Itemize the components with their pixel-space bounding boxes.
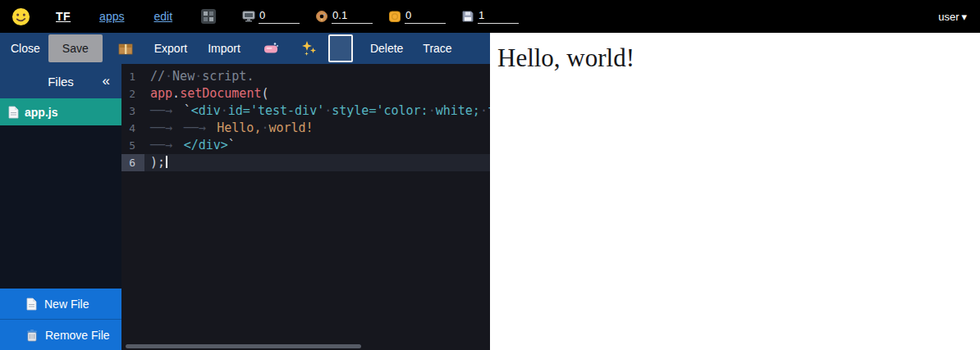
stat-item: 0 (242, 9, 300, 24)
file-list-empty-space (0, 125, 121, 289)
import-button[interactable]: Import (208, 42, 240, 55)
output-pane: Hello, world! (490, 33, 980, 350)
line-number: 3 (121, 102, 144, 120)
code-lines: 1//·New·script.2app.setDocument(3──→`<di… (121, 68, 490, 171)
stat-item: 1 (461, 9, 519, 24)
close-button[interactable]: Close (11, 42, 40, 55)
trace-button[interactable]: Trace (423, 42, 451, 55)
edit-link[interactable]: edit (153, 10, 172, 23)
stat-item: 0 (388, 9, 446, 24)
donut-stat-value: 0.1 (332, 9, 373, 24)
line-number: 1 (121, 68, 144, 85)
soap-icon (263, 40, 279, 57)
code-line[interactable]: 4──→──→Hello,·world! (121, 120, 490, 137)
remove-file-label: Remove File (45, 329, 110, 342)
user-menu[interactable]: user▾ (938, 11, 967, 23)
trash-icon (26, 329, 38, 342)
main-area: Close Save Export Import (0, 33, 980, 350)
app-window: TF apps edit 0 (0, 0, 980, 350)
code-line[interactable]: 1//·New·script. (121, 68, 490, 85)
sparkles-icon (301, 40, 318, 57)
remove-file-button[interactable]: Remove File (0, 319, 121, 350)
monitor-icon (242, 10, 255, 23)
package-button[interactable] (117, 40, 134, 57)
files-sidebar: Files « app.js (0, 64, 121, 350)
top-bar: TF apps edit 0 (0, 0, 980, 33)
apps-link[interactable]: apps (99, 10, 124, 23)
status-stats: 0 0.1 0 (242, 9, 519, 24)
sparkles-button[interactable] (301, 40, 318, 57)
code-line-text: ); (144, 154, 167, 171)
code-line-text: ──→</div>` (144, 137, 236, 154)
soap-button[interactable] (263, 40, 279, 57)
pixel-grid-icon[interactable] (200, 8, 217, 25)
file-item-appjs[interactable]: app.js (0, 98, 121, 125)
editor-panel: Close Save Export Import (0, 33, 490, 350)
file-icon (8, 106, 19, 119)
new-file-button[interactable]: New File (0, 289, 121, 319)
export-button[interactable]: Export (154, 42, 187, 55)
coin-icon (388, 10, 401, 23)
editor-toolbar: Close Save Export Import (0, 33, 490, 64)
code-line[interactable]: 6); (121, 154, 490, 171)
code-line-text: app.setDocument( (144, 85, 269, 102)
donut-icon (315, 10, 328, 23)
line-number: 2 (121, 85, 144, 102)
home-link[interactable]: TF (56, 10, 71, 23)
package-icon (117, 40, 134, 57)
monitor-stat-value: 0 (259, 9, 300, 24)
code-line[interactable]: 5──→</div>` (121, 137, 490, 154)
collapse-sidebar-button[interactable]: « (103, 73, 110, 89)
line-number: 5 (121, 137, 144, 154)
code-editor[interactable]: 1//·New·script.2app.setDocument(3──→`<di… (121, 64, 490, 350)
code-line-text: ──→`<div·id='test-div'·style='color:·whi… (144, 102, 490, 120)
code-line-text: ──→──→Hello,·world! (144, 120, 314, 137)
files-header-label: Files (48, 75, 74, 89)
user-menu-label: user (938, 11, 959, 23)
code-line[interactable]: 2app.setDocument( (121, 85, 490, 102)
delete-button[interactable]: Delete (370, 42, 403, 55)
save-button[interactable]: Save (48, 34, 103, 62)
stat-item: 0.1 (315, 9, 373, 24)
horizontal-scrollbar[interactable] (126, 344, 361, 348)
code-line[interactable]: 3──→`<div·id='test-div'·style='color:·wh… (121, 102, 490, 120)
files-header: Files « (0, 64, 121, 98)
smiley-logo-icon[interactable] (11, 7, 30, 26)
empty-button[interactable] (328, 34, 353, 62)
floppy-icon (461, 10, 474, 23)
workspace: Files « app.js (0, 64, 490, 350)
new-file-label: New File (44, 298, 89, 311)
line-number: 6 (121, 154, 144, 171)
file-item-label: app.js (25, 106, 57, 119)
code-line-text: //·New·script. (144, 68, 254, 85)
output-text: Hello, world! (497, 43, 980, 73)
new-file-icon (26, 298, 37, 311)
chevron-down-icon: ▾ (961, 11, 967, 23)
text-cursor (166, 156, 167, 168)
floppy-stat-value: 1 (478, 9, 519, 24)
line-number: 4 (121, 120, 144, 137)
coin-stat-value: 0 (405, 9, 446, 24)
